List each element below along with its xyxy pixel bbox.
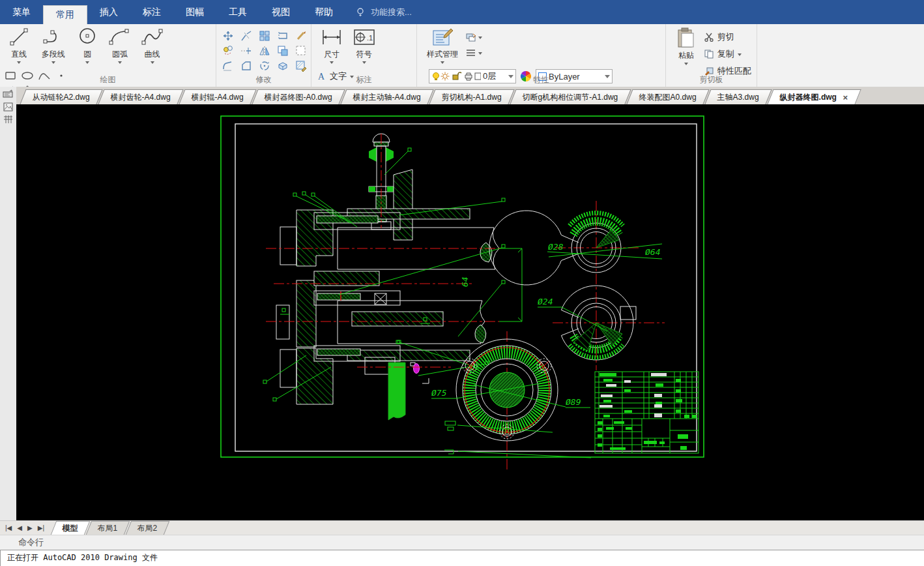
- dimension-icon: [321, 27, 343, 47]
- clipboard-small-tools: 剪切 复制 特性匹配: [704, 30, 751, 78]
- properties-group-label: 特性: [417, 74, 665, 85]
- menu-item-label: 插入: [100, 7, 118, 18]
- dim-label-64: 64: [460, 276, 470, 287]
- line-button[interactable]: 直线: [4, 24, 34, 64]
- fillet-icon[interactable]: [222, 59, 235, 72]
- dropdown-arrow-icon[interactable]: [440, 61, 444, 64]
- next-layout-icon[interactable]: ▶: [27, 524, 33, 531]
- menu-tab-tools[interactable]: 工具: [216, 0, 259, 24]
- command-line-title: 命令行: [18, 537, 44, 548]
- menu-bar: 菜单 常用 插入 标注 图幅 工具 视图 帮助 功能搜索...: [0, 0, 924, 24]
- spline-label: 曲线: [145, 49, 160, 60]
- dropdown-arrow-icon[interactable]: [362, 61, 366, 64]
- style-manager-label: 样式管理: [427, 49, 458, 60]
- move-icon[interactable]: [222, 29, 235, 42]
- command-history-text: 正在打开 AutoCAD 2010 Drawing 文件: [0, 550, 924, 566]
- last-layout-icon[interactable]: ▶|: [38, 524, 44, 531]
- dropdown-arrow-icon[interactable]: [85, 61, 89, 64]
- menu-tab-sheet[interactable]: 图幅: [173, 0, 216, 24]
- dropdown-arrow-icon[interactable]: [478, 52, 482, 55]
- polyline-button[interactable]: 多段线: [36, 24, 70, 64]
- hatch-edit-icon[interactable]: [295, 59, 308, 72]
- overlap-icon[interactable]: [276, 44, 289, 57]
- dropdown-arrow-icon[interactable]: [151, 61, 154, 64]
- rotate-icon[interactable]: [258, 59, 271, 72]
- dropdown-arrow-icon[interactable]: [118, 61, 122, 64]
- command-line-header[interactable]: 命令行: [0, 535, 924, 550]
- menu-item-label: 标注: [143, 7, 161, 18]
- first-layout-icon[interactable]: |◀: [5, 524, 12, 531]
- doc-tab[interactable]: 从动链轮A2.dwg: [20, 89, 102, 104]
- copy-object-icon[interactable]: [222, 44, 235, 57]
- arc-label: 圆弧: [112, 49, 128, 60]
- doc-tab[interactable]: 剪切机构-A1.dwg: [429, 89, 515, 104]
- mirror-icon[interactable]: [258, 44, 271, 57]
- drawing-canvas[interactable]: 64: [16, 104, 924, 520]
- layout1-tab[interactable]: 布局1: [86, 521, 130, 535]
- stretch-icon[interactable]: [276, 29, 289, 42]
- dropdown-arrow-icon[interactable]: [330, 61, 334, 64]
- extend-icon[interactable]: [240, 44, 253, 57]
- layout2-tab[interactable]: 布局2: [125, 521, 169, 535]
- dropdown-arrow-icon[interactable]: [684, 63, 688, 65]
- prev-layout-icon[interactable]: ◀: [17, 524, 22, 531]
- seal-detail: [414, 364, 420, 374]
- menu-item-menu[interactable]: 菜单: [0, 0, 43, 24]
- style-manager-button[interactable]: 样式管理: [422, 24, 463, 64]
- model-tab[interactable]: 模型: [51, 521, 90, 535]
- circle-button[interactable]: 圆: [72, 24, 102, 64]
- cut-button[interactable]: 剪切: [704, 30, 751, 44]
- doc-tab[interactable]: 切断g机构相位调节-A1.dwg: [510, 89, 631, 104]
- copy-button[interactable]: 复制: [704, 47, 751, 61]
- explode-icon[interactable]: [276, 59, 289, 72]
- menu-item-label: 工具: [229, 7, 247, 18]
- doc-tab[interactable]: 横封齿轮-A4.dwg: [98, 89, 183, 104]
- paste-button[interactable]: 粘贴: [671, 24, 701, 65]
- modify-tools: [222, 29, 309, 72]
- menu-item-label: 菜单: [12, 7, 31, 18]
- dropdown-arrow-icon[interactable]: [17, 61, 21, 64]
- layer-translate-icon: [465, 32, 477, 42]
- doc-tab-active[interactable]: 纵封器终图.dwg ×: [767, 89, 861, 104]
- arc-button[interactable]: 圆弧: [105, 24, 135, 64]
- doc-tab[interactable]: 横封主动轴-A4.dwg: [340, 89, 433, 104]
- line-icon: [9, 27, 29, 47]
- menu-tab-insert[interactable]: 插入: [87, 0, 130, 24]
- grid-tool-icon[interactable]: [3, 114, 14, 125]
- menu-tab-help[interactable]: 帮助: [302, 0, 345, 24]
- command-history-panel[interactable]: 正在打开 AutoCAD 2010 Drawing 文件: [0, 550, 924, 566]
- circle-label: 圆: [83, 49, 91, 60]
- dropdown-arrow-icon[interactable]: [51, 61, 55, 64]
- annotate-group-label: 标注: [311, 74, 416, 85]
- array-icon[interactable]: [258, 29, 271, 42]
- menu-item-label: 帮助: [315, 7, 333, 18]
- dropdown-arrow-icon[interactable]: [738, 53, 742, 56]
- boundary-icon[interactable]: [295, 44, 308, 57]
- ribbon-group-properties: 样式管理: [417, 24, 666, 87]
- doc-tab[interactable]: 横封辊-A4.dwg: [179, 89, 256, 104]
- linetype-list-button[interactable]: [465, 49, 482, 57]
- model-layout-bar: |◀ ◀ ▶ ▶| 模型 布局1 布局2: [0, 520, 924, 535]
- feature-search[interactable]: 功能搜索...: [354, 0, 412, 24]
- arc-icon: [109, 27, 131, 47]
- menu-tab-annotate[interactable]: 标注: [130, 0, 173, 24]
- menu-item-label: 常用: [56, 9, 74, 21]
- image-tool-icon[interactable]: [3, 102, 14, 112]
- chamfer-icon[interactable]: [240, 59, 253, 72]
- close-tab-icon[interactable]: ×: [843, 93, 848, 102]
- properties-side-buttons: [465, 32, 482, 57]
- dropdown-arrow-icon[interactable]: [478, 37, 482, 39]
- spline-button[interactable]: 曲线: [137, 24, 167, 64]
- menu-tab-home[interactable]: 常用: [43, 5, 87, 24]
- doc-tab[interactable]: 主轴A3.dwg: [704, 89, 772, 104]
- erase-icon[interactable]: [295, 29, 308, 42]
- menu-tab-view[interactable]: 视图: [259, 0, 302, 24]
- break-icon[interactable]: [240, 29, 253, 42]
- layer-translate-button[interactable]: [465, 32, 482, 42]
- viewport-tool-icon[interactable]: [3, 89, 14, 100]
- doc-tab[interactable]: 终装配图A0.dwg: [626, 89, 709, 104]
- symbol-button[interactable]: .1 符号: [349, 24, 379, 64]
- cad-application-window: 菜单 常用 插入 标注 图幅 工具 视图 帮助 功能搜索...: [0, 0, 924, 566]
- doc-tab[interactable]: 横封器终图-A0.dwg: [252, 89, 345, 104]
- dimension-button[interactable]: 尺寸: [317, 24, 347, 64]
